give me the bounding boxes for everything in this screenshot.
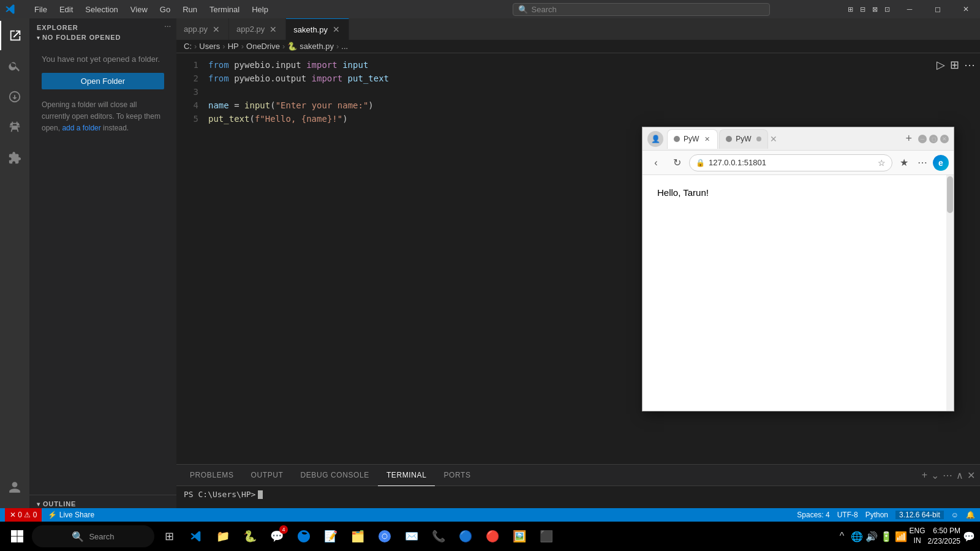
browser-minimize-icon[interactable]: ─ — [918, 135, 927, 143]
panel-tab-terminal[interactable]: TERMINAL — [378, 465, 435, 486]
tab-saketh-py[interactable]: saketh.py ✕ — [286, 18, 349, 40]
taskbar-vscode[interactable] — [184, 524, 208, 549]
browser-scrollbar[interactable] — [946, 175, 954, 411]
browser-tab-1-close[interactable]: ✕ — [703, 135, 711, 143]
taskbar-powerpoint-icon[interactable]: 🔴 — [480, 524, 505, 549]
browser-tab-x-icon[interactable]: ✕ — [769, 135, 778, 143]
status-error[interactable]: ✕ 0 ⚠ 0 — [5, 508, 42, 522]
taskbar-teams-icon[interactable]: 💬 4 — [265, 524, 289, 549]
menu-file[interactable]: File — [28, 2, 53, 17]
tray-volume-icon[interactable]: 🔊 — [865, 530, 878, 542]
status-encoding[interactable]: UTF-8 — [837, 511, 858, 519]
activity-account[interactable] — [0, 473, 29, 502]
taskbar-windows-icon[interactable] — [5, 524, 29, 549]
tab-app-py-close[interactable]: ✕ — [211, 24, 221, 34]
notifications-icon[interactable]: 💬 — [963, 530, 975, 542]
system-tray: ^ 🌐 🔊 🔋 📶 — [836, 530, 907, 542]
taskbar-notepad-icon[interactable]: 📝 — [318, 524, 343, 549]
menu-edit[interactable]: Edit — [53, 2, 79, 17]
taskbar-edge-icon[interactable] — [292, 524, 316, 549]
taskbar-folder2-icon[interactable]: 🗂️ — [345, 524, 370, 549]
tray-expand-icon[interactable]: ^ — [836, 530, 848, 542]
taskbar-clock[interactable]: 6:50 PM 2/23/2025 — [928, 526, 960, 547]
breadcrumb-hp[interactable]: HP — [228, 42, 239, 51]
layout-icon-3[interactable]: ⊠ — [870, 4, 880, 14]
line-num-2: 2 — [176, 72, 198, 85]
browser-close-icon[interactable]: ✕ — [940, 135, 949, 143]
layout-icon-1[interactable]: ⊞ — [845, 4, 855, 14]
taskbar-multitask-icon[interactable]: ⊞ — [157, 524, 181, 549]
tray-battery-icon[interactable]: 🔋 — [880, 530, 892, 542]
panel-add-icon[interactable]: + — [922, 470, 927, 481]
layout-icon-4[interactable]: ⊡ — [882, 4, 892, 14]
activity-explorer[interactable] — [0, 21, 29, 50]
browser-new-tab-button[interactable]: + — [903, 132, 914, 145]
panel-collapse-icon[interactable]: ∧ — [956, 470, 963, 481]
panel-tab-debug[interactable]: DEBUG CONSOLE — [292, 465, 378, 486]
panel-close-icon[interactable]: ✕ — [967, 470, 975, 481]
close-button[interactable]: ✕ — [952, 0, 980, 18]
browser-star-icon[interactable]: ☆ — [878, 158, 886, 168]
open-folder-button[interactable]: Open Folder — [42, 73, 164, 89]
taskbar-outlook-icon[interactable]: 🔵 — [453, 524, 478, 549]
taskbar-mail-icon[interactable]: ✉️ — [399, 524, 424, 549]
taskbar-phone-icon[interactable]: 📞 — [426, 524, 451, 549]
panel-tab-ports[interactable]: PORTS — [435, 465, 479, 486]
activity-debug[interactable] — [0, 113, 29, 142]
run-button[interactable]: ▷ — [937, 58, 945, 72]
status-spaces[interactable]: Spaces: 4 — [797, 511, 829, 519]
add-folder-link[interactable]: add a folder — [62, 124, 100, 132]
browser-tab-2[interactable]: PyW — [719, 129, 767, 149]
more-actions-icon[interactable]: ⋯ — [964, 58, 975, 72]
activity-search[interactable] — [0, 51, 29, 81]
breadcrumb-sep-5: › — [336, 42, 339, 51]
activity-git[interactable] — [0, 82, 29, 111]
taskbar-python-icon[interactable]: 🐍 — [238, 524, 262, 549]
tab-app2-py-close[interactable]: ✕ — [268, 24, 278, 34]
tab-saketh-py-close[interactable]: ✕ — [331, 24, 341, 34]
tab-app2-py[interactable]: app2.py ✕ — [229, 18, 286, 40]
breadcrumb-onedrive[interactable]: OneDrive — [246, 42, 280, 51]
split-editor-icon[interactable]: ⊞ — [950, 58, 959, 72]
status-feedback-icon[interactable]: ☺ — [951, 511, 959, 519]
breadcrumb-saketh-py[interactable]: saketh.py — [300, 42, 334, 51]
layout-icon-2[interactable]: ⊟ — [858, 4, 867, 14]
browser-more-icon[interactable]: ⋯ — [914, 155, 930, 171]
breadcrumb-ellipsis[interactable]: ... — [341, 42, 348, 51]
browser-url-bar[interactable]: 🔒 127.0.0.1:51801 ☆ — [689, 154, 892, 171]
browser-tab-1[interactable]: PyW ✕ — [667, 129, 718, 149]
menu-go[interactable]: Go — [154, 2, 176, 17]
browser-refresh-button[interactable]: ↻ — [668, 154, 685, 171]
menu-terminal[interactable]: Terminal — [203, 2, 246, 17]
menu-run[interactable]: Run — [176, 2, 203, 17]
status-version[interactable]: 3.12.6 64-bit — [895, 511, 944, 519]
taskbar-language[interactable]: ENG IN — [910, 527, 925, 545]
tray-wifi-icon[interactable]: 📶 — [895, 530, 907, 542]
menu-selection[interactable]: Selection — [79, 2, 124, 17]
browser-back-button[interactable]: ‹ — [647, 154, 665, 171]
taskbar-terminal-icon[interactable]: ⬛ — [534, 524, 559, 549]
tray-network-icon[interactable]: 🌐 — [851, 530, 863, 542]
taskbar-chrome-icon[interactable] — [372, 524, 397, 549]
browser-restore-icon[interactable]: ◻ — [929, 135, 938, 143]
panel-tab-output[interactable]: OUTPUT — [243, 465, 292, 486]
browser-favorites-icon[interactable]: ★ — [896, 155, 912, 171]
activity-extensions[interactable] — [0, 143, 29, 173]
sidebar-more-icon[interactable]: ⋯ — [164, 23, 172, 31]
status-notification-icon[interactable]: 🔔 — [966, 511, 975, 519]
panel-more-icon[interactable]: ⋯ — [943, 470, 952, 481]
panel-tab-problems[interactable]: PROBLEMS — [181, 465, 243, 486]
status-language[interactable]: Python — [865, 511, 888, 519]
minimize-button[interactable]: ─ — [895, 0, 924, 18]
panel-dropdown-icon[interactable]: ⌄ — [931, 470, 939, 481]
status-remote[interactable]: ⚡ Live Share — [44, 511, 98, 519]
menu-view[interactable]: View — [124, 2, 154, 17]
taskbar-search[interactable]: 🔍 Search — [32, 525, 154, 547]
breadcrumb-users[interactable]: Users — [199, 42, 220, 51]
tab-app-py[interactable]: app.py ✕ — [176, 18, 229, 40]
menu-help[interactable]: Help — [246, 2, 274, 17]
taskbar-gallery-icon[interactable]: 🖼️ — [507, 524, 532, 549]
titlebar-search-box[interactable]: 🔍 Search — [513, 3, 770, 16]
taskbar-explorer-icon[interactable]: 📁 — [211, 524, 235, 549]
restore-button[interactable]: ◻ — [924, 0, 952, 18]
